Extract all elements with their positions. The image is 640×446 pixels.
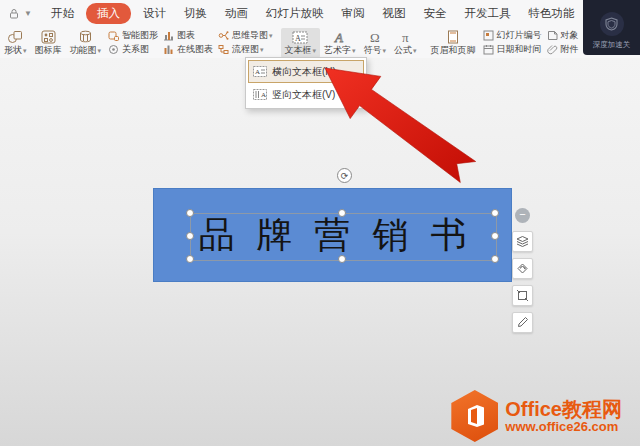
tab-home[interactable]: 开始: [45, 3, 80, 24]
crop-frame-icon: [516, 289, 529, 302]
slide-number-label: 幻灯片编号: [497, 29, 542, 42]
relation-chart-label: 关系图: [122, 43, 149, 56]
object-icon: [546, 30, 559, 41]
watermark: Office教程网 www.office26.com: [451, 390, 622, 442]
mind-map-button[interactable]: 思维导图: [217, 29, 273, 43]
icon-library-icon: [41, 29, 56, 44]
mind-map-label: 思维导图: [232, 29, 273, 42]
attachment-button[interactable]: 附件: [546, 43, 579, 57]
header-footer-label: 页眉和页脚: [431, 44, 476, 57]
attachment-label: 附件: [561, 43, 579, 56]
object-label: 对象: [561, 29, 579, 42]
tab-animation[interactable]: 动画: [219, 3, 254, 24]
menu-item-label: 横向文本框(H): [272, 65, 336, 79]
slide-number-button[interactable]: 幻灯片编号: [482, 29, 542, 43]
slide-canvas[interactable]: 品牌营销书 ⟳ −: [0, 58, 640, 446]
symbol-button[interactable]: Ω 符号: [360, 28, 391, 58]
crop-frame-button[interactable]: [512, 285, 533, 306]
chart-button[interactable]: 图表: [162, 29, 213, 43]
datetime-button[interactable]: 日期和时间: [482, 43, 542, 57]
rotate-handle[interactable]: ⟳: [337, 168, 352, 183]
rotate-flip-button[interactable]: [512, 258, 533, 279]
lock-icon[interactable]: [8, 8, 20, 20]
header-footer-button[interactable]: 页眉和页脚: [427, 28, 480, 58]
tab-design[interactable]: 设计: [137, 3, 172, 24]
deep-accelerate-panel[interactable]: 深度加速关: [583, 0, 640, 55]
menu-item-vertical-textbox[interactable]: A 竖向文本框(V): [248, 83, 364, 106]
menu-item-horizontal-textbox[interactable]: A 横向文本框(H): [248, 60, 364, 83]
tab-transition[interactable]: 切换: [178, 3, 213, 24]
datetime-icon: [482, 44, 495, 55]
word-art-button[interactable]: A 艺术字: [320, 28, 360, 58]
formula-icon: π: [402, 29, 409, 44]
resize-handle-nw[interactable]: [186, 209, 194, 217]
tab-insert[interactable]: 插入: [86, 3, 131, 24]
text-box-icon: A: [292, 29, 308, 44]
resize-handle-e[interactable]: [491, 232, 499, 240]
function-chart-button[interactable]: 功能图: [66, 28, 106, 58]
resize-handle-n[interactable]: [338, 209, 346, 217]
shapes-label: 形状: [4, 44, 27, 57]
wps-presentation-window: ▼ 开始 插入 设计 切换 动画 幻灯片放映 审阅 视图 安全 开发工具 特色功…: [0, 0, 640, 446]
function-chart-label: 功能图: [70, 44, 102, 57]
text-box-dropdown: A 横向文本框(H) A 竖向文本框(V): [245, 57, 367, 109]
flow-chart-button[interactable]: 流程图: [217, 43, 273, 57]
tab-features[interactable]: 特色功能: [522, 3, 580, 24]
resize-handle-ne[interactable]: [491, 209, 499, 217]
layers-button[interactable]: [512, 231, 533, 252]
svg-text:A: A: [334, 30, 343, 44]
formula-label: 公式: [394, 44, 417, 57]
deep-accelerate-label: 深度加速关: [593, 40, 631, 50]
icon-library-label: 图标库: [35, 44, 62, 57]
mind-map-icon: [217, 30, 230, 41]
collapse-button[interactable]: −: [515, 208, 530, 223]
online-chart-button[interactable]: 在线图表: [162, 43, 213, 57]
svg-text:A: A: [295, 33, 301, 42]
brush-icon: [516, 316, 529, 329]
chevron-down-icon[interactable]: ▼: [24, 9, 32, 18]
floating-toolbar: −: [512, 208, 533, 339]
smart-art-button[interactable]: 智能图形: [107, 29, 158, 43]
text-box-button[interactable]: A 文本框: [281, 28, 321, 58]
resize-handle-s[interactable]: [338, 255, 346, 263]
flow-chart-icon: [217, 44, 230, 55]
formula-button[interactable]: π 公式: [390, 28, 421, 58]
online-chart-icon: [162, 44, 175, 55]
diagram-group: 智能图形 关系图: [107, 28, 158, 58]
object-button[interactable]: 对象: [546, 29, 579, 43]
watermark-url: www.office26.com: [505, 420, 622, 434]
menu-item-label: 竖向文本框(V): [272, 88, 335, 102]
watermark-title: Office教程网: [505, 399, 622, 420]
selection-rect: [190, 213, 497, 261]
tab-view[interactable]: 视图: [376, 3, 411, 24]
tab-review[interactable]: 审阅: [335, 3, 370, 24]
word-art-icon: A: [333, 29, 347, 44]
chart-label: 图表: [177, 29, 195, 42]
office-logo-icon: [451, 390, 498, 442]
attachment-icon: [546, 44, 559, 55]
symbol-label: 符号: [364, 44, 387, 57]
relation-chart-button[interactable]: 关系图: [107, 43, 158, 57]
resize-handle-se[interactable]: [491, 255, 499, 263]
word-art-label: 艺术字: [324, 44, 356, 57]
tab-security[interactable]: 安全: [417, 3, 452, 24]
resize-handle-w[interactable]: [186, 232, 194, 240]
tab-devtools[interactable]: 开发工具: [458, 3, 516, 24]
shapes-button[interactable]: 形状: [0, 28, 31, 58]
smart-art-icon: [107, 30, 120, 41]
slide-textbox[interactable]: 品牌营销书 ⟳: [153, 188, 512, 282]
icon-library-button[interactable]: 图标库: [31, 28, 66, 58]
chart-group: 图表 在线图表: [162, 28, 213, 58]
resize-handle-sw[interactable]: [186, 255, 194, 263]
shapes-icon: [7, 29, 23, 44]
flow-chart-label: 流程图: [232, 43, 264, 56]
tab-slideshow[interactable]: 幻灯片放映: [260, 3, 330, 24]
slide-number-icon: [482, 30, 495, 41]
menu-bar: ▼ 开始 插入 设计 切换 动画 幻灯片放映 审阅 视图 安全 开发工具 特色功…: [0, 0, 640, 27]
rotate-flip-icon: [516, 262, 529, 275]
symbol-icon: Ω: [370, 29, 380, 44]
online-chart-label: 在线图表: [177, 43, 213, 56]
horizontal-textbox-icon: A: [253, 66, 267, 77]
brush-button[interactable]: [512, 312, 533, 333]
number-date-group: 幻灯片编号 日期和时间: [482, 28, 542, 58]
